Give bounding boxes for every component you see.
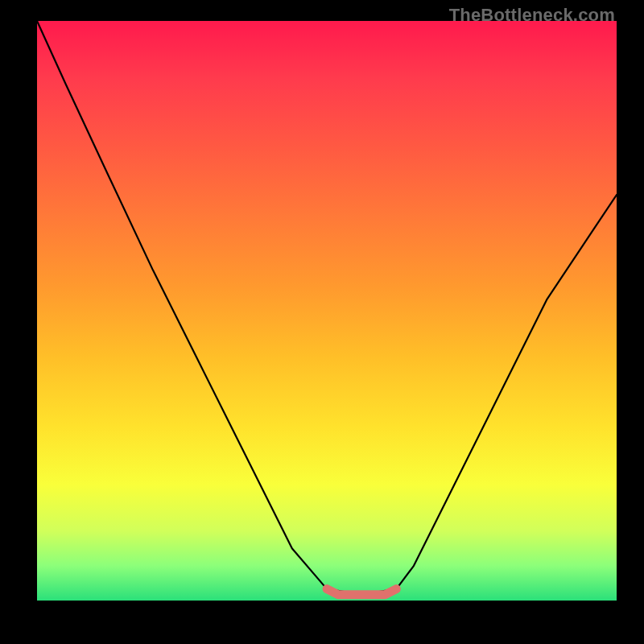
chart-container: TheBottleneck.com	[0, 0, 644, 644]
plot-area	[37, 21, 617, 601]
optimal-marker-path	[327, 589, 396, 595]
bottleneck-curve-path	[37, 21, 617, 592]
curve-svg	[37, 21, 617, 601]
